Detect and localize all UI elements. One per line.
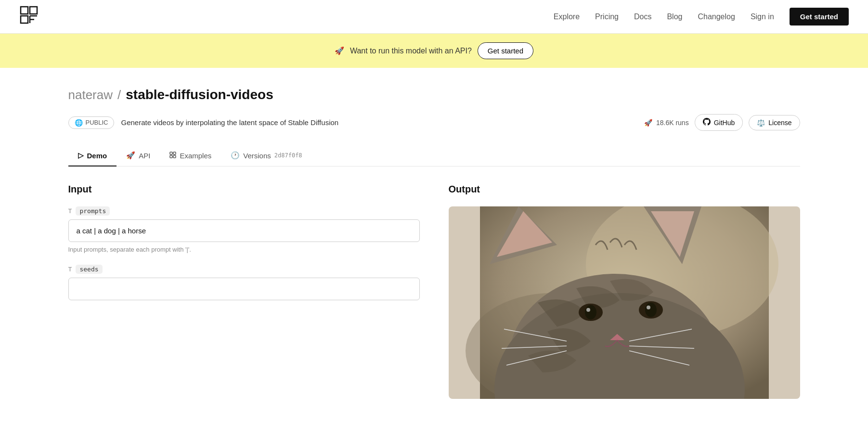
version-hash: 2d87f0f8 — [274, 152, 302, 159]
output-image — [449, 206, 800, 399]
tab-versions[interactable]: 🕐 Versions 2d87f0f8 — [221, 145, 311, 166]
breadcrumb-user[interactable]: nateraw — [68, 88, 113, 102]
runs-count: 🚀 18.6K runs — [644, 119, 689, 127]
breadcrumb-separator: / — [117, 88, 121, 102]
header: Explore Pricing Docs Blog Changelog Sign… — [0, 0, 868, 34]
globe-icon: 🌐 — [75, 119, 83, 127]
clock-icon: 🕐 — [231, 151, 240, 160]
seeds-type: T — [68, 266, 72, 273]
tab-examples[interactable]: Examples — [160, 145, 221, 166]
rocket-tab-icon: 🚀 — [126, 151, 135, 160]
prompts-field-name: prompts — [76, 206, 110, 216]
main-nav: Explore Pricing Docs Blog Changelog Sign… — [554, 8, 849, 26]
tabs: ▷ Demo 🚀 API Examples 🕐 Versions 2d87f0f… — [68, 145, 800, 166]
grid-icon — [169, 152, 176, 160]
meta-right: 🚀 18.6K runs GitHub ⚖️ License — [644, 114, 800, 131]
tab-demo-label: Demo — [87, 152, 107, 160]
breadcrumb-repo[interactable]: stable-diffusion-videos — [126, 87, 273, 102]
svg-rect-7 — [173, 152, 176, 154]
tab-versions-label: Versions — [243, 152, 271, 160]
meta-left: 🌐 PUBLIC Generate videos by interpolatin… — [68, 116, 339, 129]
svg-point-29 — [586, 308, 590, 312]
banner-text: Want to run this model with an API? — [350, 47, 472, 55]
output-title: Output — [449, 184, 800, 195]
seeds-label-row: T seeds — [68, 265, 420, 274]
svg-rect-2 — [30, 7, 37, 14]
visibility-badge: 🌐 PUBLIC — [68, 116, 115, 129]
content-grid: Input T prompts Input prompts, separate … — [68, 184, 800, 399]
main-content: nateraw / stable-diffusion-videos 🌐 PUBL… — [49, 68, 819, 399]
seeds-field-name: seeds — [76, 265, 102, 274]
nav-explore[interactable]: Explore — [554, 13, 580, 21]
svg-rect-1 — [21, 16, 28, 23]
github-icon — [703, 118, 711, 127]
prompts-input[interactable] — [68, 219, 420, 242]
tab-api[interactable]: 🚀 API — [117, 145, 160, 166]
runs-value: 18.6K runs — [656, 119, 689, 127]
tab-api-label: API — [139, 152, 150, 160]
banner-get-started-button[interactable]: Get started — [478, 42, 533, 59]
tab-demo[interactable]: ▷ Demo — [68, 145, 117, 166]
model-meta-row: 🌐 PUBLIC Generate videos by interpolatin… — [68, 114, 800, 131]
license-label: License — [768, 119, 791, 127]
nav-signin[interactable]: Sign in — [751, 13, 774, 21]
prompts-hint: Input prompts, separate each prompt with… — [68, 246, 420, 253]
svg-point-30 — [647, 306, 650, 309]
svg-rect-6 — [170, 152, 172, 154]
model-description: Generate videos by interpolating the lat… — [121, 118, 338, 127]
rocket-icon: 🚀 — [644, 119, 652, 127]
output-section: Output — [449, 184, 800, 399]
github-label: GitHub — [714, 119, 735, 127]
svg-point-27 — [585, 305, 596, 319]
visibility-label: PUBLIC — [86, 119, 108, 126]
header-get-started-button[interactable]: Get started — [790, 8, 849, 26]
prompts-label-row: T prompts — [68, 206, 420, 216]
tab-examples-label: Examples — [180, 152, 211, 160]
breadcrumb: nateraw / stable-diffusion-videos — [68, 87, 800, 102]
nav-docs[interactable]: Docs — [634, 13, 651, 21]
license-button[interactable]: ⚖️ License — [749, 115, 800, 130]
seeds-input[interactable] — [68, 278, 420, 300]
input-section: Input T prompts Input prompts, separate … — [68, 184, 420, 399]
api-banner: 🚀 Want to run this model with an API? Ge… — [0, 34, 868, 68]
svg-rect-8 — [170, 155, 172, 158]
svg-rect-0 — [21, 7, 28, 14]
banner-emoji: 🚀 — [335, 46, 344, 55]
svg-rect-9 — [173, 155, 176, 158]
nav-changelog[interactable]: Changelog — [698, 13, 735, 21]
logo[interactable] — [19, 5, 39, 28]
play-icon: ▷ — [78, 151, 84, 160]
input-title: Input — [68, 184, 420, 195]
nav-pricing[interactable]: Pricing — [595, 13, 619, 21]
output-image-container — [449, 206, 800, 399]
nav-blog[interactable]: Blog — [667, 13, 682, 21]
svg-point-28 — [645, 303, 657, 317]
prompts-type: T — [68, 207, 72, 215]
github-button[interactable]: GitHub — [695, 114, 743, 131]
license-icon: ⚖️ — [757, 119, 765, 127]
